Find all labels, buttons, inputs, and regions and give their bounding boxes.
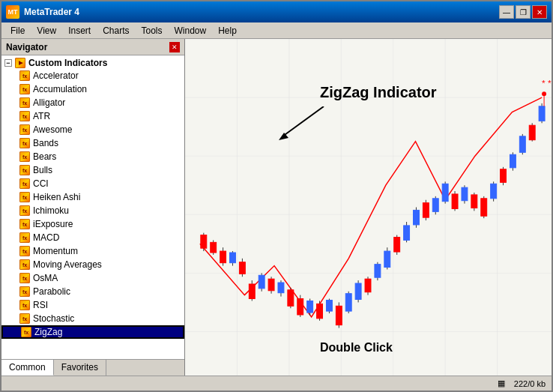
indicator-icon: fx [19, 151, 30, 162]
indicator-icon: fx [19, 165, 30, 175]
svg-rect-37 [307, 301, 313, 313]
indicator-icon: fx [19, 192, 30, 202]
window-title: MetaTrader 4 [24, 7, 79, 17]
status-grid: ▦ [498, 379, 505, 388]
svg-rect-63 [432, 199, 438, 212]
folder-icon: ▶ [15, 58, 25, 68]
menu-tools[interactable]: Tools [136, 24, 169, 37]
memory-label: 222/0 kb [514, 379, 546, 388]
list-item-parabolic[interactable]: fx Parabolic [1, 285, 184, 298]
navigator-panel: Navigator ✕ − ▶ Custom Indicators fx Acc… [1, 39, 185, 376]
list-item-accumulation[interactable]: fx Accumulation [1, 82, 184, 96]
indicator-icon: fx [19, 273, 30, 283]
restore-button[interactable]: ❐ [516, 5, 531, 19]
indicator-icon: fx [19, 300, 30, 310]
svg-rect-29 [268, 279, 274, 291]
list-item-heiken-ashi[interactable]: fx Heiken Ashi [1, 190, 184, 204]
indicator-icon: fx [19, 205, 30, 216]
svg-rect-59 [414, 210, 420, 225]
svg-rect-43 [336, 306, 342, 325]
svg-rect-27 [259, 275, 265, 289]
svg-rect-83 [529, 125, 535, 140]
list-item-momentum[interactable]: fx Momentum [1, 244, 184, 258]
indicator-icon: fx [19, 286, 30, 297]
indicator-icon: fx [19, 84, 30, 94]
svg-rect-39 [317, 304, 323, 319]
list-item-ichimoku[interactable]: fx Ichimoku [1, 204, 184, 217]
content-area: Navigator ✕ − ▶ Custom Indicators fx Acc… [1, 39, 552, 376]
chart-inner: ZigZag Indicator Double Click [185, 39, 552, 376]
svg-rect-49 [365, 279, 371, 292]
svg-rect-35 [297, 299, 303, 315]
chart-area: ZigZag Indicator Double Click [185, 39, 552, 376]
list-item-awesome[interactable]: fx Awesome [1, 123, 184, 136]
list-item-accelerator[interactable]: fx Accelerator [1, 69, 184, 82]
svg-rect-57 [404, 226, 410, 241]
svg-rect-25 [249, 284, 255, 299]
svg-rect-33 [288, 290, 294, 306]
tree-root-custom-indicators[interactable]: − ▶ Custom Indicators [1, 57, 184, 69]
svg-rect-75 [491, 184, 497, 199]
tab-common[interactable]: Common [1, 360, 54, 376]
collapse-icon[interactable]: − [4, 59, 12, 67]
svg-rect-69 [462, 187, 468, 201]
svg-line-0 [282, 106, 324, 136]
app-icon: MT [6, 5, 19, 19]
svg-point-86 [542, 91, 546, 96]
menu-help[interactable]: Help [212, 24, 243, 37]
menu-charts[interactable]: Charts [97, 24, 135, 37]
svg-rect-81 [519, 136, 525, 152]
svg-rect-51 [375, 265, 381, 278]
indicator-icon: fx [19, 97, 30, 108]
svg-rect-71 [471, 195, 477, 208]
menu-insert[interactable]: Insert [62, 24, 97, 37]
tab-favorites[interactable]: Favorites [54, 360, 106, 376]
list-item-moving-averages[interactable]: fx Moving Averages [1, 258, 184, 271]
status-bar: ▦ 222/0 kb [1, 376, 552, 391]
list-item-bulls[interactable]: fx Bulls [1, 163, 184, 177]
navigator-tree[interactable]: − ▶ Custom Indicators fx Accelerator fx … [1, 55, 184, 359]
list-item-bands[interactable]: fx Bands [1, 136, 184, 150]
minimize-button[interactable]: — [499, 5, 514, 19]
svg-rect-85 [539, 106, 545, 121]
list-item-iexposure[interactable]: fx iExposure [1, 217, 184, 231]
svg-rect-45 [345, 294, 351, 311]
svg-rect-79 [510, 154, 516, 168]
navigator-close-button[interactable]: ✕ [169, 42, 180, 52]
list-item-bears[interactable]: fx Bears [1, 150, 184, 163]
menu-file[interactable]: File [4, 24, 31, 37]
svg-rect-67 [452, 194, 458, 209]
list-item-atr[interactable]: fx ATR [1, 109, 184, 123]
indicator-icon: fx [19, 178, 30, 189]
list-item-macd[interactable]: fx MACD [1, 231, 184, 244]
list-item-zigzag[interactable]: fx ZigZag [1, 325, 184, 339]
list-item-stochastic[interactable]: fx Stochastic [1, 312, 184, 325]
list-item-alligator[interactable]: fx Alligator [1, 96, 184, 109]
indicator-icon: fx [19, 219, 30, 229]
menu-window[interactable]: Window [169, 24, 213, 37]
title-bar: MT MetaTrader 4 — ❐ ✕ [1, 1, 552, 22]
svg-rect-47 [355, 283, 361, 299]
custom-indicators-label: Custom Indicators [28, 58, 107, 68]
svg-rect-15 [201, 235, 207, 249]
navigator-title: Navigator [6, 42, 47, 52]
list-item-osma[interactable]: fx OsMA [1, 271, 184, 285]
indicator-icon: fx [19, 138, 30, 148]
svg-rect-23 [239, 262, 245, 274]
navigator-header: Navigator ✕ [1, 39, 184, 55]
close-button[interactable]: ✕ [532, 5, 547, 19]
svg-text:* *: * * [542, 79, 552, 89]
zigzag-indicator-label: ZigZag Indicator [320, 84, 437, 101]
menu-view[interactable]: View [31, 24, 62, 37]
indicator-icon: fx [19, 124, 30, 135]
menu-bar: File View Insert Charts Tools Window Hel… [1, 22, 552, 39]
list-item-rsi[interactable]: fx RSI [1, 298, 184, 312]
svg-rect-61 [423, 203, 429, 218]
svg-rect-53 [384, 251, 390, 267]
indicator-icon: fx [19, 313, 30, 324]
title-bar-controls: — ❐ ✕ [499, 5, 547, 19]
svg-rect-55 [394, 238, 400, 253]
svg-rect-41 [326, 300, 332, 311]
list-item-cci[interactable]: fx CCI [1, 177, 184, 190]
indicator-icon: fx [19, 232, 30, 243]
